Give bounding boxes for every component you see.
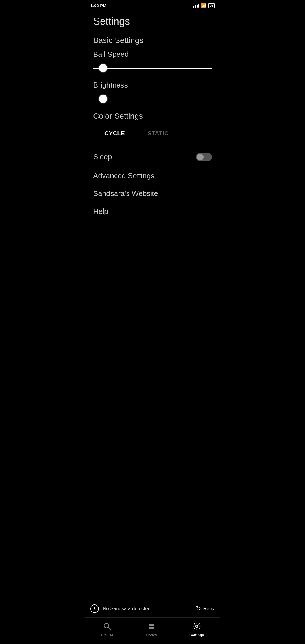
settings-label: Settings xyxy=(189,633,204,637)
help-item[interactable]: Help xyxy=(93,203,212,220)
svg-point-0 xyxy=(104,623,109,628)
retry-label: Retry xyxy=(203,606,215,612)
sleep-row: Sleep xyxy=(93,150,212,164)
color-toggle-group: CYCLE STATIC xyxy=(93,126,212,141)
library-label: Library xyxy=(146,633,157,637)
bottom-nav: Browse Library Settings xyxy=(85,617,220,644)
brightness-slider[interactable] xyxy=(93,99,212,99)
brightness-slider-wrapper xyxy=(93,95,212,103)
library-icon xyxy=(147,622,155,631)
browse-icon xyxy=(103,622,111,631)
ball-speed-slider[interactable] xyxy=(93,68,212,69)
ball-speed-container: Ball Speed xyxy=(93,50,212,72)
sleep-toggle[interactable] xyxy=(196,153,212,161)
basic-settings-header: Basic Settings xyxy=(93,36,212,45)
nav-library[interactable]: Library xyxy=(140,621,163,638)
bottom-status-bar: ! No Sandsara detected ↻ Retry xyxy=(85,600,220,617)
wifi-icon: 📶 xyxy=(201,3,207,8)
alert-icon: ! xyxy=(90,604,99,613)
status-bar: 1:02 PM 📶 96 xyxy=(85,0,220,10)
brightness-container: Brightness xyxy=(93,81,212,103)
color-settings-section: Color Settings CYCLE STATIC xyxy=(93,112,212,141)
svg-line-1 xyxy=(108,628,111,630)
retry-button[interactable]: ↻ Retry xyxy=(196,605,215,612)
status-time: 1:02 PM xyxy=(90,3,106,8)
svg-rect-2 xyxy=(149,624,154,625)
signal-icon xyxy=(193,4,199,8)
main-content: Settings Basic Settings Ball Speed Brigh… xyxy=(85,10,220,600)
svg-rect-3 xyxy=(149,625,154,626)
no-device-info: ! No Sandsara detected xyxy=(90,604,151,613)
color-cycle-option[interactable]: CYCLE xyxy=(99,129,131,138)
battery-icon: 96 xyxy=(208,3,215,8)
advanced-settings-item[interactable]: Advanced Settings xyxy=(93,167,212,185)
color-settings-header: Color Settings xyxy=(93,112,212,121)
basic-settings-section: Basic Settings Ball Speed Brightness xyxy=(93,36,212,103)
page-title: Settings xyxy=(93,16,212,27)
toggle-thumb xyxy=(197,154,204,160)
svg-point-5 xyxy=(196,625,198,627)
ball-speed-label: Ball Speed xyxy=(93,50,212,59)
status-icons: 📶 96 xyxy=(193,3,215,8)
ball-speed-slider-wrapper xyxy=(93,64,212,72)
sandsara-website-item[interactable]: Sandsara's Website xyxy=(93,185,212,203)
sleep-label: Sleep xyxy=(93,153,112,161)
color-static-option[interactable]: STATIC xyxy=(142,129,175,138)
no-device-text: No Sandsara detected xyxy=(103,606,151,612)
svg-rect-4 xyxy=(149,627,154,629)
brightness-label: Brightness xyxy=(93,81,212,90)
nav-settings[interactable]: Settings xyxy=(184,621,210,638)
nav-browse[interactable]: Browse xyxy=(95,621,119,638)
toggle-track xyxy=(196,153,212,161)
browse-label: Browse xyxy=(101,633,113,637)
retry-icon: ↻ xyxy=(196,605,201,612)
settings-icon xyxy=(193,622,201,631)
